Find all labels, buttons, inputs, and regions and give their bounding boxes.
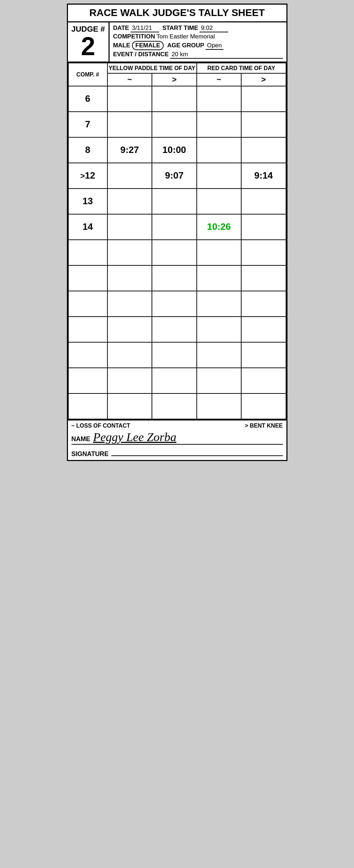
table-row: [68, 317, 286, 342]
rc-bent-cell: [241, 265, 286, 291]
legend-loss-contact: ~ LOSS OF CONTACT: [72, 423, 130, 429]
competition-value: Tom Eastler Memorial: [157, 33, 215, 40]
rc-bent-cell: [241, 86, 286, 112]
yp-bent-cell: [152, 265, 196, 291]
date-label: DATE: [113, 25, 129, 32]
age-group-label: AGE GROUP: [167, 42, 204, 49]
rc-loss-cell: [197, 265, 241, 291]
yp-bent-cell: [152, 189, 196, 214]
yp-bent-cell: [152, 214, 196, 240]
rc-bent-cell: [241, 112, 286, 137]
table-row: [68, 393, 286, 419]
yp-loss-header: ~: [107, 73, 152, 86]
event-row: EVENT / DISTANCE 20 km: [113, 51, 283, 59]
gender-row: MALE FEMALE AGE GROUP Open: [113, 41, 283, 50]
rc-bent-cell: [241, 137, 286, 163]
footer-section: ~ LOSS OF CONTACT > BENT KNEE NAME Peggy…: [68, 419, 286, 460]
rc-loss-cell: [197, 137, 241, 163]
yp-bent-cell: [152, 393, 196, 419]
signature-row: SIGNATURE: [72, 448, 283, 458]
yp-loss-cell: [107, 291, 152, 317]
judge-number: 2: [81, 33, 95, 59]
legend-row: ~ LOSS OF CONTACT > BENT KNEE: [72, 423, 283, 429]
yp-bent-cell: 9:07: [152, 163, 196, 189]
rc-bent-cell: [241, 189, 286, 214]
name-label: NAME: [72, 435, 90, 443]
table-row: [68, 291, 286, 317]
yp-bent-cell: [152, 317, 196, 342]
comp-cell: 6: [68, 86, 107, 112]
yp-bent-cell: [152, 368, 196, 393]
comp-cell: 14: [68, 214, 107, 240]
competition-label: COMPETITION: [113, 33, 155, 40]
comp-cell: [68, 291, 107, 317]
yp-bent-cell: [152, 86, 196, 112]
yp-loss-cell: [107, 342, 152, 368]
table-row: [68, 240, 286, 265]
tally-sheet: RACE WALK JUDGE'S TALLY SHEET JUDGE # 2 …: [67, 4, 287, 461]
yp-loss-cell: [107, 265, 152, 291]
rc-bent-cell: 9:14: [241, 163, 286, 189]
rc-bent-cell: [241, 240, 286, 265]
event-value: 20 km: [170, 51, 282, 59]
table-row: 89:2710:00: [68, 137, 286, 163]
female-circle: FEMALE: [132, 41, 164, 50]
comp-cell: [68, 265, 107, 291]
tally-table: COMP. # YELLOW PADDLE TIME OF DAY RED CA…: [68, 63, 286, 419]
comp-cell: 8: [68, 137, 107, 163]
rc-bent-cell: [241, 317, 286, 342]
yp-loss-cell: [107, 112, 152, 137]
yp-loss-cell: [107, 368, 152, 393]
header-top-row: COMP. # YELLOW PADDLE TIME OF DAY RED CA…: [68, 63, 286, 73]
table-row: 6: [68, 86, 286, 112]
yp-loss-cell: [107, 189, 152, 214]
comp-cell: [68, 240, 107, 265]
table-row: 7: [68, 112, 286, 137]
comp-cell: [68, 317, 107, 342]
rc-loss-cell: [197, 86, 241, 112]
yp-loss-cell: [107, 240, 152, 265]
name-value: Peggy Lee Zorba: [93, 430, 176, 444]
info-section: DATE 3/11/21 START TIME 9:02 COMPETITION…: [110, 22, 286, 62]
comp-cell: [68, 368, 107, 393]
rc-bent-cell: [241, 342, 286, 368]
sheet-title: RACE WALK JUDGE'S TALLY SHEET: [68, 5, 286, 22]
table-row: [68, 368, 286, 393]
comp-cell: >12: [68, 163, 107, 189]
rc-loss-cell: [197, 163, 241, 189]
date-row: DATE 3/11/21 START TIME 9:02: [113, 25, 283, 32]
rc-bent-cell: [241, 214, 286, 240]
yp-loss-cell: [107, 317, 152, 342]
comp-cell: [68, 342, 107, 368]
yp-bent-cell: [152, 112, 196, 137]
comp-cell: 13: [68, 189, 107, 214]
table-row: 13: [68, 189, 286, 214]
table-row: [68, 342, 286, 368]
judge-box: JUDGE # 2: [68, 22, 110, 62]
legend-bent-knee: > BENT KNEE: [245, 423, 282, 429]
yp-loss-cell: [107, 393, 152, 419]
table-row: 1410:26: [68, 214, 286, 240]
tally-body: 6789:2710:00>129:079:14131410:26: [68, 86, 286, 419]
rc-loss-cell: [197, 240, 241, 265]
start-time-value: 9:02: [200, 25, 228, 32]
competition-row: COMPETITION Tom Eastler Memorial: [113, 33, 283, 40]
rc-loss-cell: [197, 112, 241, 137]
yp-bent-cell: 10:00: [152, 137, 196, 163]
yp-loss-cell: [107, 163, 152, 189]
yp-loss-cell: [107, 214, 152, 240]
rc-loss-cell: [197, 393, 241, 419]
rc-loss-cell: 10:26: [197, 214, 241, 240]
signature-line: [111, 448, 282, 456]
rc-bent-cell: [241, 291, 286, 317]
rc-loss-cell: [197, 368, 241, 393]
yp-bent-cell: [152, 240, 196, 265]
male-label: MALE: [113, 42, 130, 49]
red-card-header: RED CARD TIME OF DAY: [197, 63, 286, 73]
yp-bent-header: >: [152, 73, 196, 86]
yp-loss-cell: 9:27: [107, 137, 152, 163]
yp-bent-cell: [152, 342, 196, 368]
start-time-label: START TIME: [162, 25, 198, 32]
name-row: NAME Peggy Lee Zorba: [72, 430, 283, 445]
yp-loss-cell: [107, 86, 152, 112]
